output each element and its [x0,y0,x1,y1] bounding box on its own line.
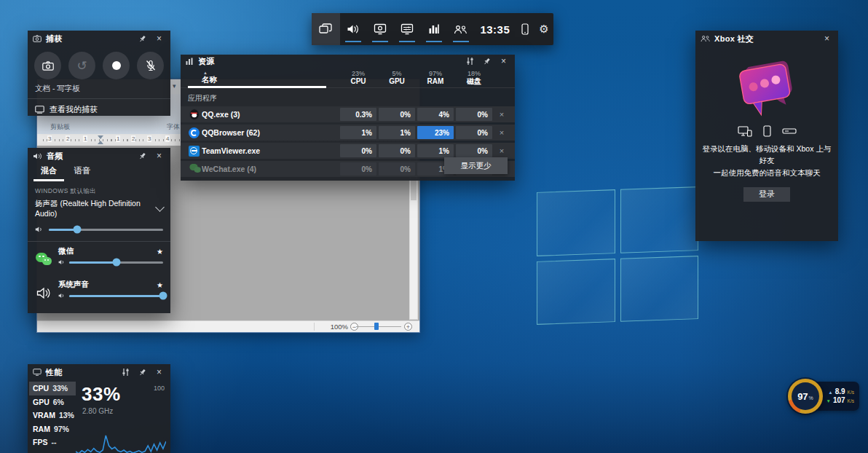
master-volume-row [28,219,170,240]
master-volume-slider[interactable] [49,229,163,231]
ruler-indent-marker[interactable] [98,141,103,144]
close-button[interactable]: × [497,55,510,67]
gpu-cell: 0% [379,162,415,176]
console-icon [782,127,797,135]
ruler-indent-marker[interactable] [98,135,103,139]
windows-logo [537,186,698,325]
widget-menu-button[interactable] [312,13,340,45]
toolbar-broadcast-button[interactable] [394,13,421,45]
windows-logo-pane [537,259,615,325]
gpu-column-header[interactable]: 5% GPU [379,70,415,86]
upload-arrow-icon: ▲ [828,390,832,395]
ram-cell-highlighted: 23% [417,126,454,139]
close-row-button[interactable]: × [494,110,509,119]
close-button[interactable]: × [153,33,165,44]
zoom-level: 100% [331,323,348,331]
toolbar-capture-button[interactable] [367,13,394,45]
stat-gpu[interactable]: GPU 6% [29,395,76,409]
audio-title: 音频 [47,151,63,162]
name-column-header[interactable]: ▲ 名称 [202,71,338,84]
filter-sliders-button[interactable] [464,55,476,67]
settings-button[interactable]: ⚙ [534,13,553,45]
disk-column-header[interactable]: 18% 磁盘 [456,70,492,86]
ram-column-header[interactable]: 97% RAM [417,70,454,86]
windows-logo-pane [620,256,699,322]
toolbar-social-button[interactable] [447,13,474,45]
pin-button[interactable] [136,33,149,44]
wordpad-statusbar: 100% − + [37,320,419,332]
toolbar-audio-button[interactable] [340,13,367,45]
stat-fps[interactable]: FPS -- [29,436,76,449]
record-last-button[interactable]: ↺ [68,52,95,79]
performance-widget: 性能 × CPU 33% GPU 6% VRAM 13% RAM [28,364,170,453]
tab-mix[interactable]: 混合 [32,164,66,181]
sign-in-button[interactable]: 登录 [743,187,790,202]
stat-vram[interactable]: VRAM 13% [29,409,76,422]
xbox-social-widget: Xbox 社交 × [695,31,838,241]
resources-header: ▲ 名称 23% CPU 5% GPU 97% RAM 18% 磁盘 [181,68,515,88]
memory-gauge-floatball[interactable]: 97 % [788,379,823,414]
stat-label: CPU [33,384,49,393]
zoom-slider-knob[interactable] [374,323,379,330]
ruler-number: 1 [116,135,120,142]
slider-knob[interactable] [74,226,82,234]
stat-ram[interactable]: RAM 97% [29,422,76,436]
mic-mute-button[interactable] [137,52,164,79]
options-sliders-button[interactable] [119,366,132,378]
capture-buttons-row: ↺ [28,47,170,84]
ruler-number: 3 [47,135,52,142]
stat-cpu[interactable]: CPU 33% [29,382,76,395]
record-button[interactable] [103,52,130,79]
gear-icon: ⚙ [539,23,548,36]
slider-knob[interactable] [112,259,120,267]
view-captures-button[interactable]: 查看我的捕获 [28,99,170,119]
table-row: QQ.exe (3) 0.3% 0% 4% 0% × [181,106,515,122]
close-button[interactable]: × [153,366,165,378]
mobile-link-button[interactable] [516,13,534,45]
download-unit: K/s [848,399,854,404]
qq-icon [32,312,55,313]
apps-section-label: 应用程序 [181,88,515,106]
ruler-number: 3 [147,135,151,142]
zoom-slider-track[interactable] [356,326,401,327]
show-less-button[interactable]: 显示更少 [444,157,508,174]
capture-icon [374,23,387,35]
close-button[interactable]: × [153,150,165,162]
close-button[interactable]: × [821,33,833,44]
ribbon-group-font: 字体 [167,122,180,132]
phone-icon [763,125,771,137]
message-line-1: 登录以在电脑、移动设备和 Xbox 上与好友 [700,143,834,167]
output-device-dropdown[interactable]: 扬声器 (Realtek High Definition Audio) [28,197,170,219]
slider-fill [69,295,163,297]
wechat-volume-slider[interactable] [69,261,163,264]
star-icon[interactable]: ★ [157,248,163,256]
performance-icon [428,23,440,35]
screenshot-button[interactable] [34,52,61,79]
pin-button[interactable] [136,366,149,378]
close-row-button[interactable]: × [494,128,509,137]
camera-icon [33,35,42,42]
stat-value: 13% [59,411,74,419]
mic-muted-icon [146,60,156,71]
cpu-column-header[interactable]: 23% CPU [340,70,376,86]
slider-knob[interactable] [159,292,167,300]
system-volume-slider[interactable] [69,295,163,297]
stat-label: GPU [33,398,50,406]
clock: 13:35 [474,13,516,45]
stat-label: VRAM [33,411,55,419]
toolbar-performance-button[interactable] [421,13,448,45]
pin-button[interactable] [136,150,149,162]
star-icon[interactable]: ★ [157,281,163,289]
zoom-in-button[interactable]: + [404,323,412,331]
close-row-button[interactable]: × [494,146,509,155]
channel-name: 系统声音 [58,280,89,290]
gamebar-toolbar: 13:35 ⚙ [312,13,553,45]
statusbar-divider [314,323,315,331]
pin-button[interactable] [481,55,493,67]
ram-label: RAM [417,77,454,86]
chevron-down-icon[interactable]: ▾ [173,82,176,90]
tab-voice[interactable]: 语音 [66,164,99,181]
capture-titlebar: 捕获 × [28,31,170,47]
disk-total: 18% [456,70,492,77]
upload-unit: K/s [848,390,854,395]
